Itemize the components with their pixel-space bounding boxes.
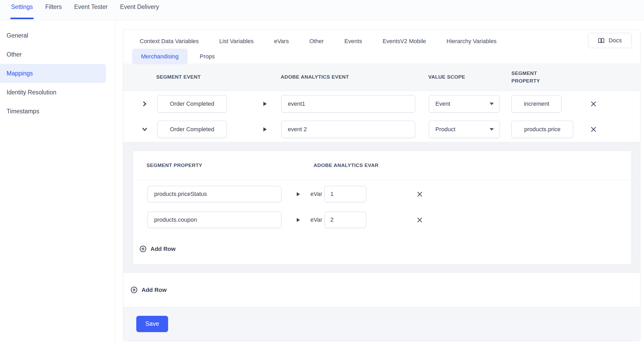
caret-down-icon xyxy=(490,128,494,131)
tab-events[interactable]: Events xyxy=(344,38,362,45)
caret-down-icon xyxy=(490,103,494,105)
tab-other[interactable]: Other xyxy=(309,38,324,45)
variable-tabs-row1: Context Data Variables List Variables eV… xyxy=(140,34,640,48)
value-scope-selected-row-2: Product xyxy=(435,126,455,133)
subtable-header: Segment Property Adobe Analytics eVar xyxy=(133,151,631,180)
adobe-event-input-row-1[interactable]: event1 xyxy=(281,95,415,113)
expand-toggle-row-1[interactable] xyxy=(142,101,157,107)
sidebar-item-identity-resolution[interactable]: Identity Resolution xyxy=(0,83,115,102)
column-header-segment-property: Segment Property xyxy=(511,69,546,85)
main-area: Context Data Variables List Variables eV… xyxy=(115,20,644,345)
remove-row-1-button[interactable] xyxy=(589,99,598,109)
subtable-add-row-button[interactable]: Add Row xyxy=(139,245,175,252)
mapping-row-2: Order Completed event 2 Product products… xyxy=(123,116,640,142)
evar-number-input-subrow-1[interactable]: 1 xyxy=(324,186,366,202)
tab-list-variables[interactable]: List Variables xyxy=(219,38,254,45)
subtable-column-adobe-evar: Adobe Analytics eVar xyxy=(314,163,379,168)
adobe-event-input-row-2[interactable]: event 2 xyxy=(281,121,415,138)
close-icon xyxy=(417,191,423,197)
expand-toggle-row-2[interactable] xyxy=(142,126,157,132)
column-header-adobe-analytics-event: Adobe Analytics Event xyxy=(281,74,428,80)
value-scope-select-row-1[interactable]: Event xyxy=(429,95,500,113)
save-button[interactable]: Save xyxy=(136,316,168,332)
nav-tab-settings[interactable]: Settings xyxy=(11,3,33,20)
remove-row-2-button[interactable] xyxy=(589,125,598,134)
table-add-row-band: Add Row xyxy=(123,273,640,307)
docs-button[interactable]: Docs xyxy=(588,33,632,48)
book-icon xyxy=(598,37,605,44)
tab-props[interactable]: Props xyxy=(200,53,215,60)
chevron-down-icon xyxy=(142,126,148,132)
subtable-add-row-label: Add Row xyxy=(150,246,175,252)
card-footer: Save xyxy=(123,307,640,341)
remove-subrow-2-button[interactable] xyxy=(415,215,424,225)
chevron-right-icon xyxy=(142,101,148,107)
close-icon xyxy=(417,217,423,223)
circle-plus-icon xyxy=(130,286,138,293)
mapping-table-header: Segment Event Adobe Analytics Event Valu… xyxy=(123,63,640,91)
settings-sidebar: General Other Mappings Identity Resoluti… xyxy=(0,20,115,345)
tab-hierarchy-variables[interactable]: Hierarchy Variables xyxy=(446,38,496,45)
nav-tab-event-delivery[interactable]: Event Delivery xyxy=(120,3,159,20)
docs-button-label: Docs xyxy=(608,37,622,44)
segment-event-input-row-1[interactable]: Order Completed xyxy=(157,95,227,113)
nav-tab-event-tester[interactable]: Event Tester xyxy=(74,3,108,20)
sidebar-item-mappings[interactable]: Mappings xyxy=(0,64,106,83)
column-header-segment-event: Segment Event xyxy=(156,74,281,80)
column-header-value-scope: Value Scope xyxy=(428,74,511,80)
value-scope-selected-row-1: Event xyxy=(435,100,450,107)
subtable-row-1: products.priceStatus eVar 1 xyxy=(133,182,631,206)
circle-plus-icon xyxy=(139,245,147,252)
subtable-row-2: products.coupon eVar 2 xyxy=(133,208,631,232)
maps-to-arrow-icon xyxy=(297,218,300,222)
sidebar-item-general[interactable]: General xyxy=(0,26,115,45)
property-input-subrow-1[interactable]: products.priceStatus xyxy=(148,186,281,202)
maps-to-arrow-icon xyxy=(227,102,267,106)
row-2-expanded-region: Segment Property Adobe Analytics eVar pr… xyxy=(123,142,640,273)
tab-eventsv2-mobile[interactable]: EventsV2 Mobile xyxy=(383,38,426,45)
segment-property-input-row-2[interactable]: products.price xyxy=(511,121,573,138)
evar-number-input-subrow-2[interactable]: 2 xyxy=(324,212,366,228)
evar-mapping-subtable: Segment Property Adobe Analytics eVar pr… xyxy=(133,151,632,265)
top-nav: Settings Filters Event Tester Event Deli… xyxy=(0,0,644,20)
nav-tab-filters[interactable]: Filters xyxy=(45,3,62,20)
segment-event-input-row-2[interactable]: Order Completed xyxy=(157,121,227,138)
table-add-row-label: Add Row xyxy=(142,287,167,293)
variable-tabs: Context Data Variables List Variables eV… xyxy=(123,30,640,63)
subtable-column-segment-property: Segment Property xyxy=(147,163,314,168)
value-scope-select-row-2[interactable]: Product xyxy=(429,121,500,138)
table-add-row-button[interactable]: Add Row xyxy=(130,286,167,293)
close-icon xyxy=(590,101,597,107)
tab-merchandising[interactable]: Merchandising xyxy=(132,49,188,64)
tab-context-data-variables[interactable]: Context Data Variables xyxy=(140,38,199,45)
sidebar-item-other[interactable]: Other xyxy=(0,45,115,64)
variable-tabs-row2: Merchandising Props xyxy=(132,49,640,64)
mapping-row-1: Order Completed event1 Event increment xyxy=(123,91,640,116)
mappings-card: Context Data Variables List Variables eV… xyxy=(123,29,640,341)
evar-prefix-label: eVar xyxy=(310,216,322,223)
tab-evars[interactable]: eVars xyxy=(274,38,289,45)
property-input-subrow-2[interactable]: products.coupon xyxy=(148,212,281,228)
close-icon xyxy=(590,126,597,133)
evar-prefix-label: eVar xyxy=(310,191,322,197)
sidebar-item-timestamps[interactable]: Timestamps xyxy=(0,102,115,121)
maps-to-arrow-icon xyxy=(297,192,300,196)
segment-property-input-row-1[interactable]: increment xyxy=(511,95,562,113)
remove-subrow-1-button[interactable] xyxy=(415,190,424,199)
maps-to-arrow-icon xyxy=(227,127,267,131)
